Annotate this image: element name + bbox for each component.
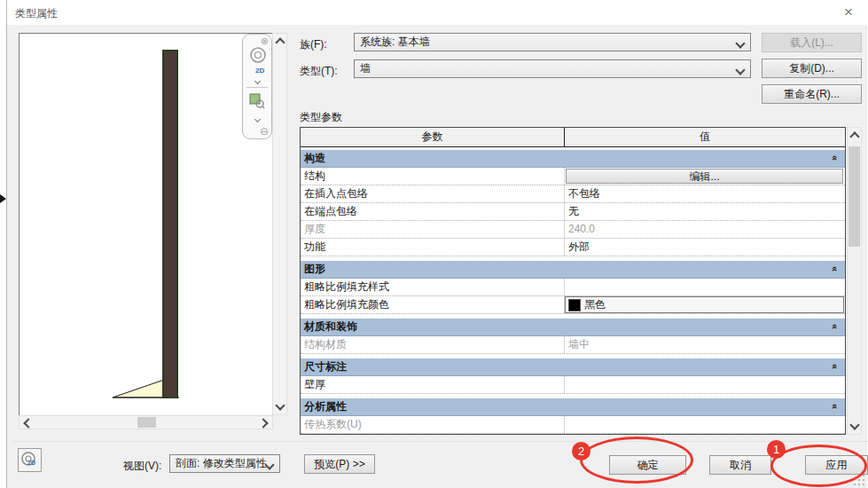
param-name-cell[interactable]: 结构 [301,168,565,185]
nav-collapse-icon[interactable]: ⊖ [260,125,269,138]
dialog-titlebar: 类型属性 × [7,0,867,25]
view-select[interactable]: 剖面: 修改类型属性 [169,454,280,473]
preview-toggle-button[interactable]: 预览(P) >> [304,454,375,474]
nav-dropdown-chevron-icon[interactable] [254,78,261,84]
param-group-header[interactable]: 材质和装饰« [301,319,845,336]
dialog-title: 类型属性 [15,6,58,21]
type-select[interactable]: 墙 [354,59,751,78]
table-row[interactable]: 结构编辑... [301,168,845,185]
edit-button[interactable]: 编辑... [566,169,843,184]
type-label: 类型(T): [300,64,338,79]
dialog-window: 类型属性 × ⊗ 2D [6,0,867,488]
param-name-cell[interactable]: 厚度 [301,221,565,238]
parameter-table: 参数 值 构造«结构编辑...在插入点包络不包络在端点包络无厚度240.0功能外… [300,127,862,435]
scroll-up-icon[interactable] [849,131,859,141]
preview-nav-toolbar[interactable]: ⊗ 2D ⊖ [242,34,272,139]
annotation-badge-1: 1 [767,440,786,459]
annotation-circle-ok [580,437,693,484]
collapse-chevron-icon[interactable]: « [830,266,841,272]
preview-canvas[interactable] [19,33,273,416]
table-row[interactable]: 功能外部 [301,239,845,256]
preview-horizontal-scrollbar[interactable] [19,415,273,429]
table-row[interactable]: 粗略比例填充颜色黑色 [301,296,845,314]
chevron-down-icon [735,38,745,48]
family-select[interactable]: 系统族: 基本墙 [354,33,751,51]
param-name-cell[interactable]: 结构材质 [301,336,565,353]
nav-2d-label: 2D [255,67,264,75]
duplicate-button[interactable]: 复制(D)... [762,59,862,78]
rename-button[interactable]: 重命名(R)... [762,84,862,104]
param-name-cell[interactable]: 粗略比例填充颜色 [301,296,565,313]
table-vertical-scrollbar[interactable] [847,127,862,435]
nav-dropdown-chevron-icon[interactable] [254,116,261,122]
param-value-cell[interactable]: 无 [565,203,845,220]
param-name-cell[interactable]: 在插入点包络 [301,185,565,202]
family-select-value: 系统族: 基本墙 [360,35,430,50]
param-group-header[interactable]: 构造« [301,150,845,168]
param-name-cell[interactable]: 传热系数(U) [301,416,565,433]
param-value-cell[interactable] [565,416,845,433]
scroll-down-icon[interactable] [849,420,859,429]
zoom-region-icon[interactable] [249,93,265,109]
param-group-header[interactable]: 分析属性« [301,398,845,416]
chevron-down-icon [735,65,745,75]
param-group-header[interactable]: 图形« [301,261,845,279]
table-row[interactable]: 在端点包络无 [301,203,845,221]
table-row[interactable]: 结构材质墙中 [301,336,845,354]
table-row[interactable]: 在插入点包络不包络 [301,185,845,203]
scroll-thumb[interactable] [848,146,860,247]
scroll-thumb[interactable] [137,417,156,428]
steering-wheel-icon[interactable] [248,46,268,66]
scroll-up-icon[interactable] [275,37,285,47]
load-button[interactable]: 载入(L)... [762,33,862,52]
param-value-cell[interactable] [565,376,845,393]
preview-vertical-scrollbar[interactable] [272,33,287,415]
param-column-header[interactable]: 参数 [301,128,565,146]
table-row[interactable]: 传热系数(U) [301,416,845,434]
table-row[interactable]: 壁厚 [301,376,845,394]
type-select-value: 墙 [360,61,371,76]
preview-2d-button[interactable]: 2D [18,448,42,472]
collapse-chevron-icon[interactable]: « [830,364,841,369]
scroll-right-icon[interactable] [258,418,268,428]
param-name-cell[interactable]: 在端点包络 [301,203,565,220]
type-parameters-label: 类型参数 [300,110,342,125]
footing-triangle [113,380,164,397]
view-label: 视图(V): [123,459,161,474]
cancel-button[interactable]: 取消 [709,455,771,475]
table-row[interactable]: 粗略比例填充样式 [301,279,845,296]
param-value-cell[interactable]: 编辑... [565,168,845,185]
close-icon[interactable]: × [839,3,858,22]
param-group-header[interactable]: 尺寸标注« [301,358,845,376]
bottom-separator [13,441,868,442]
wall-section-drawing [20,34,270,413]
param-name-cell[interactable]: 壁厚 [301,376,565,393]
table-row[interactable]: 厚度240.0 [301,221,845,239]
param-name-cell[interactable]: 粗略比例填充样式 [301,279,565,295]
param-value-cell[interactable]: 240.0 [565,221,845,238]
param-value-cell[interactable]: 外部 [565,239,845,256]
scroll-left-icon[interactable] [23,418,33,428]
collapse-chevron-icon[interactable]: « [830,155,841,161]
table-header: 参数 值 [301,128,845,147]
param-value-cell[interactable]: 墙中 [565,336,845,353]
scroll-down-icon[interactable] [275,400,285,410]
type-properties-dialog-screenshot: 类型属性 × ⊗ 2D [0,0,868,488]
param-name-cell[interactable]: 功能 [301,239,565,256]
collapse-chevron-icon[interactable]: « [830,324,841,329]
family-label: 族(F): [300,37,327,52]
param-value-cell[interactable]: 不包络 [565,185,845,202]
view-select-value: 剖面: 修改类型属性 [176,456,267,471]
color-swatch [568,299,581,311]
wall-section-rect [162,50,178,398]
collapse-chevron-icon[interactable]: « [830,404,841,409]
annotation-badge-2: 2 [572,442,590,460]
screen-edge-arrow-icon [0,194,6,203]
param-value-cell[interactable]: 黑色 [565,296,845,313]
btn-2d-label: 2D [27,460,35,466]
value-column-header[interactable]: 值 [565,128,845,146]
param-value-cell[interactable] [565,279,845,295]
